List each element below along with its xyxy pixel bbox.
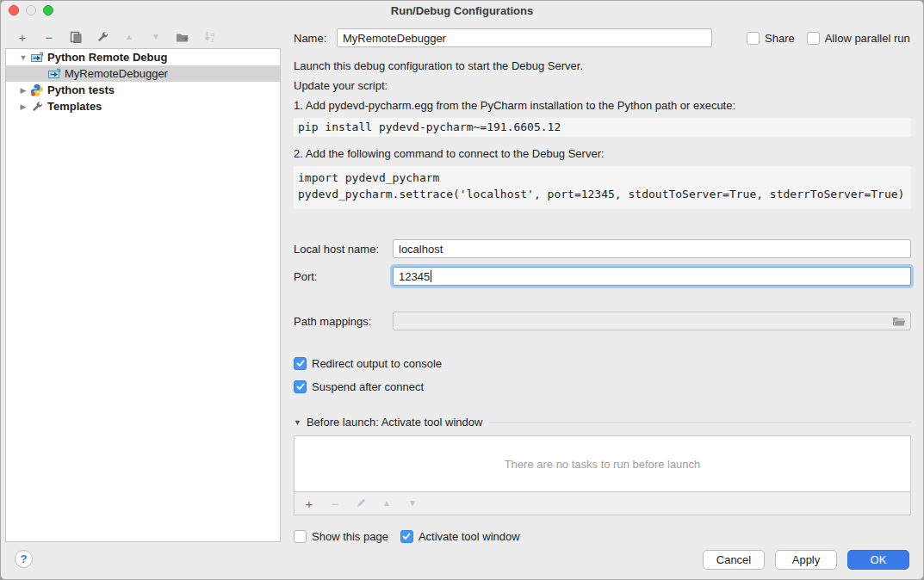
port-value: 12345 — [399, 270, 430, 283]
python-tests-icon — [30, 83, 44, 97]
triangle-down-icon: ▼ — [152, 33, 160, 41]
close-button[interactable] — [9, 5, 19, 15]
browse-folder-icon[interactable] — [892, 316, 906, 327]
section-collapse-icon[interactable]: ▼ — [294, 418, 301, 427]
help-button[interactable]: ? — [15, 550, 33, 568]
pip-install-command: pip install pydevd-pycharm~=191.6605.12 — [294, 118, 911, 137]
plus-icon: + — [306, 497, 313, 510]
new-folder-icon[interactable] — [175, 29, 190, 45]
port-row: Port: 12345 — [294, 267, 911, 286]
window-title: Run/Debug Configurations — [391, 4, 533, 17]
configuration-form: Name: Share Allow parallel run Launch th… — [294, 28, 911, 543]
code-line-settrace: pydevd_pycharm.settrace('localhost', por… — [298, 186, 907, 202]
redirect-output-row[interactable]: Redirect output to console — [294, 357, 911, 370]
redirect-output-checkbox[interactable] — [294, 357, 307, 370]
configurations-tree: ▼ Python Remote Debug MyRemoteDebugger ▶… — [5, 48, 281, 542]
triangle-up-icon: ▲ — [382, 499, 391, 508]
templates-wrench-icon — [30, 100, 44, 114]
footer-buttons: Cancel Apply OK — [703, 550, 909, 570]
suspend-after-connect-row[interactable]: Suspend after connect — [294, 380, 911, 393]
edit-templates-icon[interactable] — [95, 29, 110, 45]
path-mappings-label: Path mappings: — [294, 315, 393, 328]
sort-configurations-icon[interactable]: az — [202, 29, 217, 45]
configurations-toolbar: + − ▲ ▼ az — [15, 28, 217, 46]
share-checkbox-row[interactable]: Share — [747, 32, 795, 45]
minus-icon: − — [332, 497, 339, 510]
local-host-input[interactable] — [393, 239, 911, 258]
folder-plus-icon — [176, 31, 189, 44]
triangle-down-icon: ▼ — [408, 499, 417, 508]
local-host-row: Local host name: — [294, 239, 911, 258]
local-host-label: Local host name: — [294, 243, 393, 256]
allow-parallel-run-checkbox[interactable] — [807, 32, 820, 45]
chevron-expanded-icon[interactable]: ▼ — [16, 53, 30, 62]
checkmark-icon — [296, 360, 305, 367]
wrench-icon — [96, 30, 109, 44]
move-up-icon[interactable]: ▲ — [121, 29, 137, 45]
run-debug-configurations-dialog: Run/Debug Configurations + − ▲ ▼ az ▼ Py… — [0, 0, 924, 580]
text-caret — [431, 270, 431, 282]
tree-item-label: MyRemoteDebugger — [65, 67, 168, 80]
minimize-button[interactable] — [26, 5, 36, 15]
empty-tasks-text: There are no tasks to run before launch — [505, 458, 701, 471]
dialog-footer: ? Cancel Apply OK — [1, 541, 923, 579]
allow-parallel-run-label: Allow parallel run — [825, 32, 910, 45]
triangle-up-icon: ▲ — [125, 33, 133, 41]
tree-item-label: Python tests — [47, 83, 115, 96]
checkmark-icon — [402, 533, 411, 540]
sort-az-icon: az — [203, 30, 216, 44]
add-configuration-icon[interactable]: + — [15, 29, 30, 45]
tree-item-myremotedebugger[interactable]: MyRemoteDebugger — [6, 65, 280, 82]
tree-item-templates[interactable]: ▶ Templates — [6, 98, 280, 114]
tree-item-label: Python Remote Debug — [47, 51, 167, 64]
copy-icon — [70, 31, 83, 44]
add-task-icon[interactable]: + — [301, 496, 317, 511]
path-mappings-row: Path mappings: — [294, 312, 911, 330]
code-line-import: import pydevd_pycharm — [298, 170, 907, 186]
title-bar[interactable]: Run/Debug Configurations — [1, 1, 923, 20]
tree-item-label: Templates — [47, 100, 102, 113]
suspend-after-connect-checkbox[interactable] — [294, 380, 307, 393]
chevron-collapsed-icon[interactable]: ▶ — [16, 86, 30, 95]
share-label: Share — [765, 32, 795, 45]
name-input[interactable] — [337, 28, 712, 47]
allow-parallel-run-checkbox-row[interactable]: Allow parallel run — [807, 32, 910, 45]
name-row: Name: Share Allow parallel run — [294, 28, 911, 47]
apply-button[interactable]: Apply — [775, 550, 837, 570]
suspend-after-connect-label: Suspend after connect — [312, 380, 424, 393]
before-launch-toolbar: + − ▲ ▼ — [294, 492, 911, 515]
move-down-icon[interactable]: ▼ — [148, 29, 164, 45]
step2-text: 2. Add the following command to connect … — [294, 147, 911, 160]
before-launch-header[interactable]: ▼ Before launch: Activate tool window — [294, 416, 911, 429]
before-launch-title: Before launch: Activate tool window — [307, 416, 483, 429]
svg-text:z: z — [211, 37, 214, 43]
remote-debug-config-icon — [47, 67, 61, 81]
path-mappings-input[interactable] — [393, 312, 911, 330]
port-input[interactable]: 12345 — [393, 267, 911, 286]
share-checkbox[interactable] — [747, 32, 760, 45]
checkmark-icon — [296, 383, 305, 391]
settrace-code-block: import pydevd_pycharm pydevd_pycharm.set… — [294, 166, 911, 209]
chevron-collapsed-icon[interactable]: ▶ — [16, 102, 30, 111]
name-label: Name: — [294, 32, 337, 45]
section-rule — [489, 422, 911, 423]
copy-configuration-icon[interactable] — [68, 29, 84, 45]
before-launch-task-list[interactable]: There are no tasks to run before launch — [294, 435, 911, 492]
cancel-button[interactable]: Cancel — [703, 550, 765, 570]
tree-item-python-remote-debug[interactable]: ▼ Python Remote Debug — [6, 49, 280, 65]
ok-button[interactable]: OK — [847, 550, 909, 570]
pencil-icon — [355, 497, 367, 509]
remove-configuration-icon[interactable]: − — [41, 29, 57, 45]
redirect-output-label: Redirect output to console — [312, 357, 442, 370]
tree-item-python-tests[interactable]: ▶ Python tests — [6, 82, 280, 98]
question-mark-icon: ? — [21, 552, 28, 565]
move-task-down-icon[interactable]: ▼ — [405, 496, 420, 511]
remove-task-icon[interactable]: − — [327, 496, 343, 511]
zoom-button[interactable] — [43, 5, 53, 15]
plus-icon: + — [19, 31, 27, 44]
move-task-up-icon[interactable]: ▲ — [379, 496, 394, 511]
step1-text: 1. Add pydevd-pycharm.egg from the PyCha… — [294, 99, 911, 112]
svg-text:a: a — [211, 31, 214, 37]
edit-task-icon[interactable] — [353, 496, 369, 511]
port-label: Port: — [294, 270, 393, 283]
